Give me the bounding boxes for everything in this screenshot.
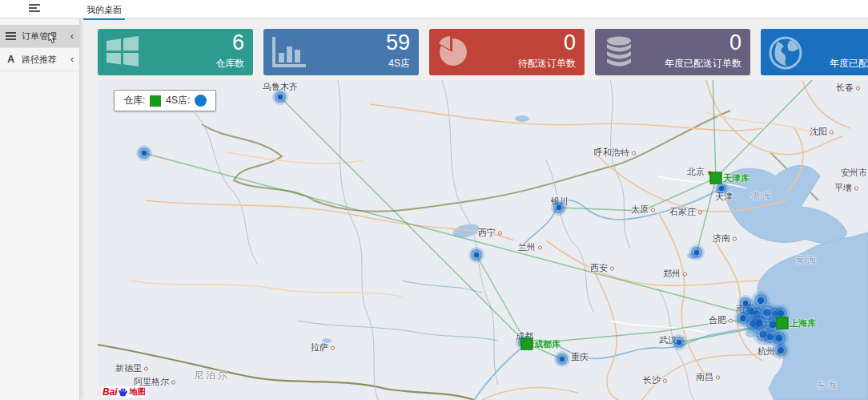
city-label: 济南 [713,232,737,244]
store-marker[interactable] [689,244,705,261]
city-dot-icon [716,375,720,379]
stat-value: 6 [232,30,244,55]
city-label: 拉萨 [311,341,335,354]
stat-label: 年度已配 [830,57,868,71]
pie-chart-icon [436,35,472,69]
top-tab-bar: 我的桌面 [0,0,868,18]
city-dot-icon [698,210,702,214]
city-dot-icon [663,378,667,382]
city-dot-icon [854,186,858,190]
city-dot-icon [498,231,502,235]
route-recommend-icon: A [6,54,16,65]
database-icon [602,35,636,69]
legend-warehouse-label: 仓库: [123,94,145,107]
tab-my-desktop[interactable]: 我的桌面 [83,2,125,20]
store-marker[interactable] [554,351,570,367]
store-marker[interactable] [136,145,152,161]
city-label: 沈阳 [810,126,834,138]
stat-label: 待配送订单数 [518,57,576,71]
sidebar-item-label: 订单管理 [22,30,57,42]
stat-card-yearly-delivered[interactable]: 0 年度已配送订单数 [595,29,750,75]
store-marker[interactable] [671,334,687,350]
baidu-map-attribution[interactable]: Bai 地图 [101,386,147,398]
city-dot-icon [651,208,655,212]
city-dot-icon [856,86,860,90]
city-dot-icon [331,345,335,349]
route-line [713,80,716,178]
baidu-paw-icon [118,387,128,398]
city-label: 新德里 [115,362,148,374]
city-label: 呼和浩特 [594,147,636,159]
stat-value: 59 [386,30,410,55]
city-label: 平壤 [834,182,858,194]
map-base-tiles [98,80,868,400]
legend-store-label: 4S店: [166,94,190,107]
city-dot-icon [538,245,542,249]
bar-chart-icon [271,35,307,69]
city-dot-icon [683,272,687,276]
windows-tiles-icon [105,35,140,67]
store-marker[interactable] [551,200,567,216]
stat-label: 年度已配送订单数 [665,57,741,71]
stat-value: 0 [564,30,576,55]
store-swatch-icon [195,95,207,107]
city-dot-icon [171,380,175,384]
map-canvas[interactable]: 仓库: 4S店: Bai 地图 乌鲁木齐呼和浩特北京★天津石家庄太原银川济南西宁… [98,80,868,400]
city-label: 安州市 [841,167,868,179]
city-dot-icon [610,266,614,270]
city-dot-icon [830,130,834,134]
city-label: 石家庄 [669,206,702,218]
stat-cards-row: 6 仓库数 59 4S店 0 待配送订单数 0 年度已配送订单数 [98,29,868,75]
baidu-logo-text: Bai [102,386,118,398]
city-label: 长沙 [643,374,667,386]
baidu-logo-suffix: 地图 [130,386,146,398]
app-window: { "topbar": { "tab": "我的桌面" }, "sidebar"… [0,0,868,400]
collapse-sidebar-icon[interactable] [29,4,40,14]
order-list-icon [6,30,16,42]
stat-card-pending-orders[interactable]: 0 待配送订单数 [429,29,585,75]
city-label: 重庆 [571,351,589,363]
country-label: 尼泊尔 [194,369,230,382]
sidebar-item-order-management[interactable]: 订单管理 ‹ [0,25,79,48]
warehouse-label: 天津库 [723,172,749,184]
city-label: 长春 [836,82,860,94]
city-label: 兰州 [518,241,542,253]
route-line [144,153,782,323]
city-dot-icon [733,236,737,240]
map-legend: 仓库: 4S店: [114,90,216,111]
sea-label: 渤海 [751,190,774,202]
store-marker[interactable] [272,89,288,105]
chevron-left-icon: ‹ [70,55,74,64]
city-label: 郑州 [663,268,687,280]
stat-label: 4S店 [388,57,410,71]
warehouse-swatch-icon [150,95,161,107]
city-dot-icon [729,318,733,322]
city-label: 南昌 [696,371,720,383]
city-dot-icon [632,151,636,155]
store-marker[interactable] [772,341,790,359]
sea-label: 东海 [817,379,839,391]
sidebar: 订单管理 ‹ A 路径推荐 ‹ [0,18,80,400]
store-marker[interactable] [468,247,484,263]
globe-icon [768,35,803,71]
sidebar-item-label: 路径推荐 [22,54,57,66]
sea-label: 黄海 [796,254,818,266]
city-label: 西安 [590,262,614,274]
warehouse-marker[interactable] [777,317,789,329]
city-label: 合肥 [709,314,733,326]
stat-label: 仓库数 [215,57,244,71]
warehouse-label: 成都库 [534,338,561,350]
warehouse-label: 上海库 [790,317,816,329]
city-label: 太原 [631,204,655,216]
stat-value: 0 [729,30,741,55]
stat-card-warehouses[interactable]: 6 仓库数 [98,29,253,75]
sidebar-item-route-recommend[interactable]: A 路径推荐 ‹ [0,48,79,71]
city-dot-icon [144,366,148,370]
warehouse-marker[interactable] [710,172,722,184]
store-marker[interactable] [749,313,770,333]
store-marker[interactable] [737,295,753,311]
warehouse-marker[interactable] [521,338,533,350]
city-label: 西宁 [478,227,502,239]
stat-card-4s-stores[interactable]: 59 4S店 [263,29,419,75]
stat-card-yearly-partial[interactable]: 年度已配 [761,29,868,75]
